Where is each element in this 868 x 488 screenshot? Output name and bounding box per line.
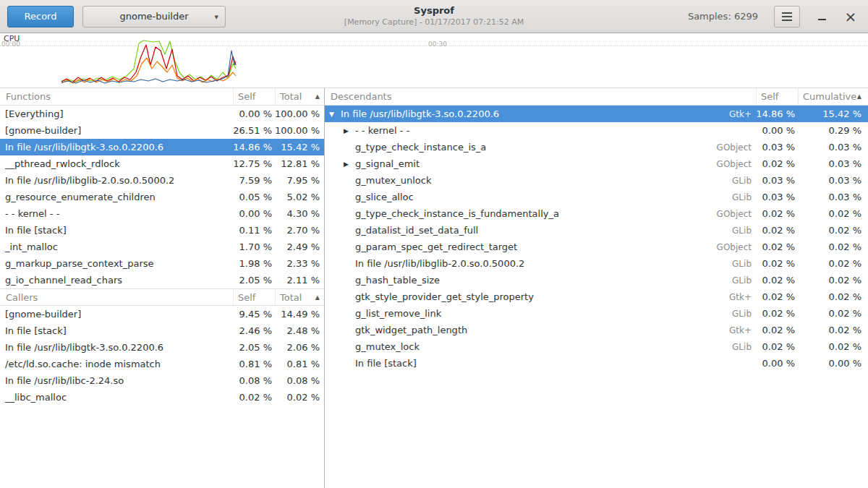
tree-cell: ▶g_signal_emitGObject (325, 158, 756, 169)
cumulative-percent: 0.02 % (798, 275, 868, 286)
self-percent: 0.02 % (756, 325, 798, 335)
callers-table-body: [gnome-builder]9.45 %14.49 %In file [sta… (0, 306, 324, 406)
function-name: - - kernel - - (0, 208, 233, 219)
total-percent: 0.02 % (275, 392, 324, 403)
tree-cell: g_datalist_id_set_data_fullGLib (325, 225, 756, 236)
expander-closed-icon[interactable]: ▶ (344, 160, 355, 168)
tree-cell: ▶- - kernel - - (325, 125, 756, 136)
total-percent: 100.00 % (275, 108, 324, 119)
tree-row[interactable]: g_hash_table_sizeGLib0.02 %0.02 % (325, 272, 868, 288)
functions-table-body: [Everything]0.00 %100.00 %[gnome-builder… (0, 106, 324, 288)
table-row[interactable]: [gnome-builder]9.45 %14.49 % (0, 306, 324, 322)
left-pane: Functions Self Total ▲ [Everything]0.00 … (0, 88, 325, 488)
minimize-button[interactable] (812, 6, 832, 27)
sort-indicator-icon: ▲ (315, 93, 320, 100)
tree-row[interactable]: g_param_spec_get_redirect_targetGObject0… (325, 239, 868, 255)
expander-closed-icon[interactable]: ▶ (344, 127, 355, 134)
chevron-down-icon: ▼ (215, 14, 218, 20)
samples-count: Samples: 6299 (688, 11, 758, 22)
table-row[interactable]: In file /usr/lib/libglib-2.0.so.0.5000.2… (0, 172, 324, 189)
tree-row[interactable]: ▼In file /usr/lib/libgtk-3.so.0.2200.6Gt… (325, 106, 868, 122)
self-percent: 1.98 % (233, 258, 275, 269)
table-row[interactable]: __libc_malloc0.02 %0.02 % (0, 389, 324, 406)
self-percent: 14.86 % (756, 108, 798, 119)
table-row[interactable]: [Everything]0.00 %100.00 % (0, 106, 324, 122)
tree-row[interactable]: g_list_remove_linkGLib0.02 %0.02 % (325, 305, 868, 322)
tree-row[interactable]: In file [stack]0.00 %0.00 % (325, 355, 868, 372)
cpu-timeline[interactable]: CPU 00:00 00:30 (0, 33, 868, 88)
cumulative-percent: 0.02 % (798, 341, 868, 352)
expander-open-icon[interactable]: ▼ (329, 111, 341, 118)
library-category: GLib (732, 275, 756, 286)
table-row[interactable]: [gnome-builder]26.51 %100.00 % (0, 122, 324, 139)
tree-row[interactable]: gtk_widget_path_lengthGtk+0.02 %0.02 % (325, 322, 868, 338)
library-category: Gtk+ (729, 109, 756, 119)
table-row[interactable]: In file [stack]0.11 %2.70 % (0, 222, 324, 239)
self-percent: 1.70 % (233, 241, 275, 252)
table-row[interactable]: In file [stack]2.46 %2.48 % (0, 322, 324, 339)
total-percent: 2.11 % (275, 275, 324, 286)
table-row[interactable]: g_io_channel_read_chars2.05 %2.11 % (0, 272, 324, 288)
function-name: gtk_widget_path_length (355, 325, 467, 335)
table-row[interactable]: g_markup_parse_context_parse1.98 %2.33 % (0, 255, 324, 272)
function-name: [gnome-builder] (0, 125, 233, 136)
function-name: gtk_style_provider_get_style_property (355, 291, 534, 302)
total-percent: 100.00 % (275, 125, 324, 136)
target-dropdown[interactable]: gnome-builder ▼ (82, 6, 226, 27)
function-name: In file /usr/lib/libc-2.24.so (0, 375, 233, 386)
total-percent: 7.95 % (275, 175, 324, 186)
functions-column-header[interactable]: Functions (0, 88, 233, 105)
self-percent: 0.11 % (233, 225, 275, 236)
tree-row[interactable]: ▶g_signal_emitGObject0.02 %0.03 % (325, 155, 868, 172)
functions-self-column-header[interactable]: Self (233, 88, 275, 105)
tree-row[interactable]: g_slice_allocGLib0.03 %0.03 % (325, 189, 868, 205)
callers-column-header[interactable]: Callers (0, 289, 233, 305)
library-category: GLib (732, 192, 756, 202)
tree-row[interactable]: g_datalist_id_set_data_fullGLib0.02 %0.0… (325, 222, 868, 239)
self-percent: 2.05 % (233, 342, 275, 353)
self-percent: 9.45 % (233, 309, 275, 320)
total-column-label: Total (280, 292, 302, 303)
close-button[interactable]: × (841, 6, 861, 27)
tree-row[interactable]: In file /usr/lib/libglib-2.0.so.0.5000.2… (325, 255, 868, 272)
self-percent: 0.02 % (233, 392, 275, 403)
tree-row[interactable]: g_mutex_lockGLib0.02 %0.02 % (325, 338, 868, 355)
descendants-column-header[interactable]: Descendants (325, 88, 756, 105)
table-row[interactable]: - - kernel - -0.00 %4.30 % (0, 205, 324, 222)
table-row[interactable]: In file /usr/lib/libc-2.24.so0.08 %0.08 … (0, 372, 324, 389)
self-percent: 2.46 % (233, 325, 275, 336)
function-name: g_io_channel_read_chars (0, 275, 233, 286)
table-row[interactable]: __pthread_rwlock_rdlock12.75 %12.81 % (0, 155, 324, 172)
function-name: __pthread_rwlock_rdlock (0, 158, 233, 169)
tree-row[interactable]: g_mutex_unlockGLib0.03 %0.03 % (325, 172, 868, 189)
tree-row[interactable]: g_type_check_instance_is_aGObject0.03 %0… (325, 139, 868, 155)
function-name: __libc_malloc (0, 392, 233, 403)
tree-row[interactable]: ▶- - kernel - -0.00 %0.29 % (325, 122, 868, 139)
descendants-cumulative-column-header[interactable]: Cumulative ▲ (798, 88, 868, 105)
table-row[interactable]: In file /usr/lib/libgtk-3.so.0.2200.62.0… (0, 339, 324, 356)
record-button[interactable]: Record (7, 6, 74, 27)
function-name: In file /usr/lib/libglib-2.0.so.0.5000.2 (355, 258, 524, 269)
table-row[interactable]: In file /usr/lib/libgtk-3.so.0.2200.614.… (0, 139, 324, 155)
tree-cell: g_type_check_instance_is_fundamentally_a… (325, 208, 756, 219)
self-percent: 0.02 % (756, 291, 798, 302)
descendants-self-column-header[interactable]: Self (756, 88, 798, 105)
callers-self-column-header[interactable]: Self (233, 289, 275, 305)
function-name: - - kernel - - (355, 125, 409, 136)
app-title: Sysprof (344, 5, 524, 17)
cumulative-percent: 0.02 % (798, 225, 868, 236)
table-row[interactable]: _int_malloc1.70 %2.49 % (0, 239, 324, 255)
menu-button[interactable] (774, 6, 800, 27)
tree-row[interactable]: g_type_check_instance_is_fundamentally_a… (325, 205, 868, 222)
callers-total-column-header[interactable]: Total ▲ (275, 289, 324, 305)
functions-table-header: Functions Self Total ▲ (0, 88, 324, 106)
functions-total-column-header[interactable]: Total ▲ (275, 88, 324, 105)
table-row[interactable]: g_resource_enumerate_children0.05 %5.02 … (0, 189, 324, 205)
self-percent: 0.02 % (756, 241, 798, 252)
close-icon: × (845, 9, 857, 24)
table-row[interactable]: /etc/ld.so.cache: inode mismatch0.81 %0.… (0, 356, 324, 372)
minimize-icon (818, 19, 826, 20)
tree-row[interactable]: gtk_style_provider_get_style_propertyGtk… (325, 288, 868, 305)
total-percent: 5.02 % (275, 192, 324, 202)
library-category: GLib (732, 342, 756, 352)
